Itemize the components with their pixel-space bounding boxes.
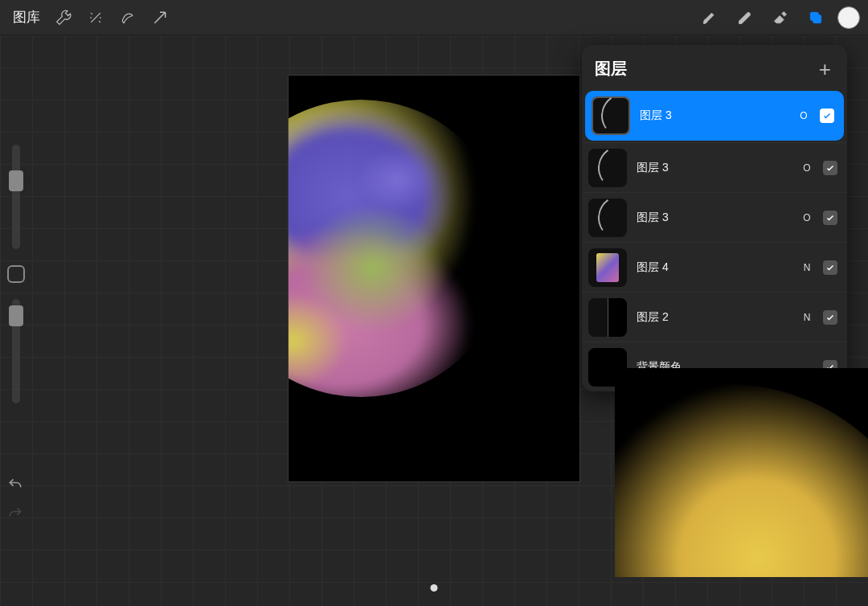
layer-row[interactable]: 图层 3O xyxy=(582,192,847,242)
toolbar-right-group xyxy=(696,4,860,31)
wrench-icon[interactable] xyxy=(50,4,77,31)
layer-name-label: 图层 3 xyxy=(640,109,788,123)
layers-icon[interactable] xyxy=(802,4,829,31)
layer-row[interactable]: 图层 2N xyxy=(582,292,847,342)
brush-size-thumb[interactable] xyxy=(9,170,23,191)
brush-icon[interactable] xyxy=(696,4,723,31)
brush-opacity-slider[interactable] xyxy=(12,299,20,403)
brush-sliders xyxy=(5,145,27,466)
layer-blend-label[interactable]: N xyxy=(800,262,813,273)
reference-image[interactable] xyxy=(615,368,868,577)
canvas-artwork xyxy=(289,100,510,397)
layer-blend-label[interactable]: O xyxy=(800,212,813,223)
canvas-document[interactable] xyxy=(289,76,579,481)
arrow-icon[interactable] xyxy=(146,4,174,31)
layer-name-label: 图层 2 xyxy=(637,310,791,325)
layer-visibility-checkbox[interactable] xyxy=(823,211,837,225)
wand-icon[interactable] xyxy=(82,4,109,31)
layer-thumbnail[interactable] xyxy=(588,199,627,237)
layers-panel-title: 图层 xyxy=(595,58,627,80)
toolbar-left-group: 图库 xyxy=(8,4,174,31)
layer-visibility-checkbox[interactable] xyxy=(823,310,837,325)
layer-thumbnail[interactable] xyxy=(588,248,627,287)
redo-button[interactable] xyxy=(3,502,27,526)
gallery-button[interactable]: 图库 xyxy=(8,5,45,30)
layer-thumbnail[interactable] xyxy=(588,149,627,187)
undo-button[interactable] xyxy=(3,473,27,497)
home-indicator xyxy=(431,584,438,592)
layer-visibility-checkbox[interactable] xyxy=(820,109,834,123)
modifier-button[interactable] xyxy=(7,265,25,283)
layer-thumbnail[interactable] xyxy=(592,96,630,135)
layers-panel-header: 图层 + xyxy=(582,45,847,89)
eraser-icon[interactable] xyxy=(767,4,794,31)
svg-rect-1 xyxy=(813,14,821,23)
top-toolbar: 图库 xyxy=(0,0,868,35)
selection-icon[interactable] xyxy=(114,4,141,31)
color-swatch[interactable] xyxy=(837,6,860,29)
layer-thumbnail[interactable] xyxy=(588,298,627,337)
brush-size-slider[interactable] xyxy=(12,145,20,249)
layer-list: 图层 3O图层 3O图层 3O图层 4N图层 2N背景颜色 xyxy=(582,89,847,391)
layer-blend-label[interactable]: N xyxy=(800,312,813,323)
layer-row[interactable]: 图层 4N xyxy=(582,242,847,292)
layer-visibility-checkbox[interactable] xyxy=(823,161,837,175)
layer-name-label: 图层 3 xyxy=(637,161,791,175)
layer-visibility-checkbox[interactable] xyxy=(823,260,837,275)
add-layer-button[interactable]: + xyxy=(816,59,834,80)
smudge-icon[interactable] xyxy=(731,4,759,31)
undo-redo-group xyxy=(3,473,27,526)
layer-blend-label[interactable]: O xyxy=(800,162,813,174)
brush-opacity-thumb[interactable] xyxy=(9,305,23,326)
layer-name-label: 图层 3 xyxy=(637,211,791,225)
layer-name-label: 图层 4 xyxy=(637,260,791,275)
layer-row[interactable]: 图层 3O xyxy=(582,142,847,192)
layer-blend-label[interactable]: O xyxy=(797,110,810,121)
layers-panel: 图层 + 图层 3O图层 3O图层 3O图层 4N图层 2N背景颜色 xyxy=(582,45,847,391)
layer-row[interactable]: 图层 3O xyxy=(585,91,844,141)
